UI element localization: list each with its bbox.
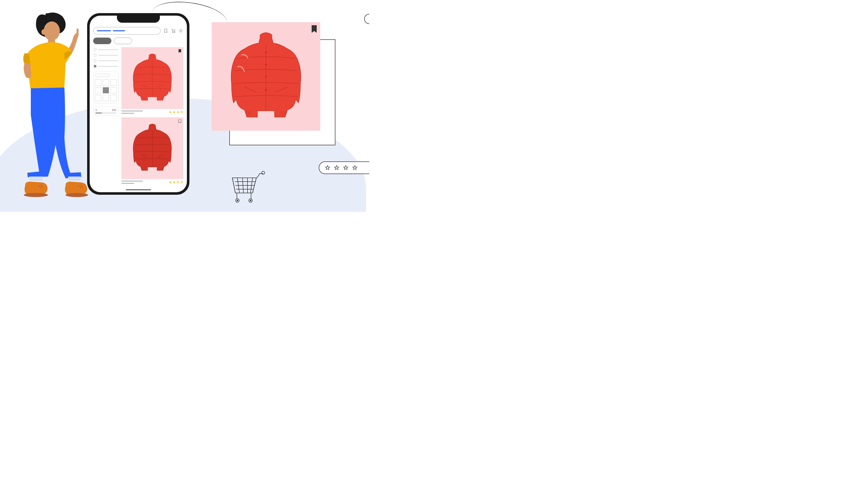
star-icon [343,165,348,171]
grid-filter-option[interactable] [103,95,109,101]
filters-sidebar: $ $$$ [93,47,119,184]
svg-point-22 [250,200,251,201]
grid-filter-option[interactable] [103,79,109,86]
phone-device: $ $$$ [87,13,189,195]
grid-filter-option[interactable] [110,87,117,94]
grid-filter-option[interactable] [95,95,101,101]
svg-point-9 [174,32,175,33]
search-text-placeholder [97,30,111,31]
product-rating [169,111,184,114]
product-text [121,111,143,114]
radio-option[interactable] [94,65,118,68]
star-icon [325,165,330,171]
grid-filter-option[interactable] [110,95,117,101]
radio-option[interactable] [94,54,118,57]
bookmark-icon[interactable] [178,119,181,123]
grid-filter-option-selected[interactable] [103,87,109,94]
svg-point-18 [262,171,265,174]
rating-widget[interactable] [319,161,369,174]
star-icon [352,165,358,171]
settings-icon[interactable] [178,28,184,33]
price-slider-track[interactable] [96,113,116,114]
svg-point-16 [265,76,267,77]
phone-notch [117,16,160,23]
product-image [121,47,184,109]
grid-filter-header [95,74,110,77]
filter-chips [93,37,184,44]
radio-filter-list [93,47,119,69]
price-high-label: $$$ [112,109,116,112]
product-list [121,47,184,184]
chip-inactive[interactable] [114,37,132,44]
price-low-label: $ [96,109,97,112]
star-icon [334,165,340,171]
price-slider-fill [96,113,102,114]
product-card[interactable] [121,47,184,114]
svg-point-15 [265,64,267,65]
svg-point-7 [65,193,88,197]
featured-product-callout [212,22,324,131]
search-input[interactable] [93,27,160,35]
featured-product-image [212,22,320,131]
grid-filter-option[interactable] [95,87,101,94]
svg-point-10 [180,30,181,32]
cart-icon[interactable] [171,28,176,33]
circle-decoration [364,14,369,24]
radio-option[interactable] [94,59,118,62]
product-image [121,117,184,179]
svg-point-21 [237,200,238,201]
cart-illustration [227,169,268,204]
radio-option[interactable] [94,48,118,51]
svg-point-0 [44,21,60,41]
svg-point-8 [173,32,173,33]
grid-filter [93,72,119,103]
chip-active[interactable] [93,37,111,44]
product-card[interactable] [121,117,184,184]
svg-point-14 [265,52,267,54]
svg-point-17 [265,89,267,91]
grid-filter-option[interactable] [95,79,101,86]
bookmark-icon[interactable] [163,28,168,33]
phone-topbar [93,27,184,35]
bookmark-icon[interactable] [178,49,181,53]
product-rating [169,181,184,184]
svg-rect-3 [77,28,79,34]
product-text [121,181,143,184]
search-text-placeholder [113,30,125,31]
grid-filter-option[interactable] [110,79,117,86]
svg-point-1 [42,29,45,35]
bookmark-icon[interactable] [311,25,317,33]
svg-point-6 [24,193,48,197]
svg-rect-2 [48,38,55,43]
phone-home-indicator [126,190,151,190]
person-illustration [15,9,88,208]
phone-screen: $ $$$ [90,16,187,192]
price-filter[interactable]: $ $$$ [93,106,119,116]
